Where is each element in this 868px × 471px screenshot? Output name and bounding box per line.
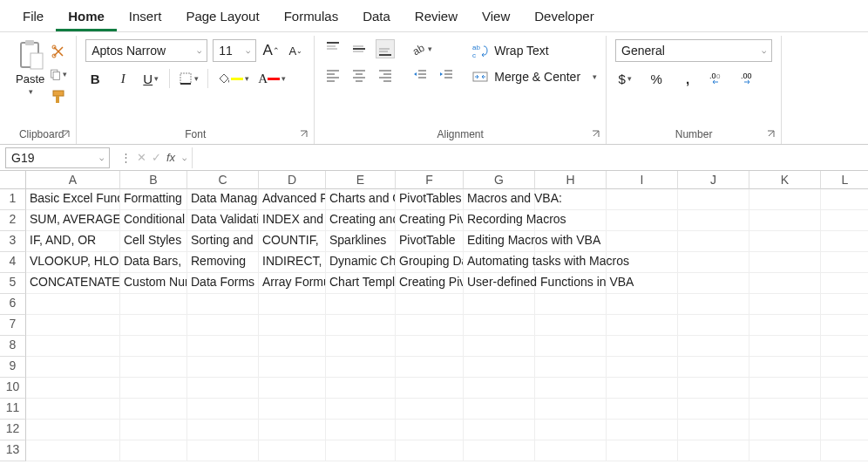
cell[interactable] <box>396 440 464 461</box>
cell[interactable]: Automating tasks with Macros <box>464 252 535 273</box>
cell[interactable] <box>607 294 678 315</box>
row-header[interactable]: 9 <box>0 357 26 378</box>
cell[interactable]: Conditional <box>120 210 187 231</box>
cell[interactable] <box>607 420 678 440</box>
cell[interactable] <box>120 399 187 420</box>
tab-view[interactable]: View <box>470 3 522 31</box>
cell[interactable] <box>326 420 396 440</box>
cell[interactable]: Charts and Graphs <box>326 189 396 210</box>
cell[interactable] <box>396 315 464 336</box>
cell[interactable] <box>326 336 396 357</box>
cell[interactable] <box>535 252 607 273</box>
cell[interactable] <box>607 231 678 252</box>
chevron-down-icon[interactable]: ▾ <box>29 87 33 96</box>
increase-decimal-button[interactable]: .00 <box>709 69 729 88</box>
cell[interactable] <box>607 399 678 420</box>
cell[interactable]: INDEX and <box>259 210 326 231</box>
cell[interactable] <box>259 294 326 315</box>
cell[interactable] <box>749 273 821 294</box>
cell[interactable] <box>26 336 120 357</box>
cell[interactable] <box>749 210 821 231</box>
decrease-indent-button[interactable] <box>410 65 430 85</box>
cell[interactable] <box>678 273 749 294</box>
cell[interactable]: IF, AND, OR <box>26 231 120 252</box>
font-color-button[interactable]: A▾ <box>258 69 286 88</box>
chevron-down-icon[interactable]: ▾ <box>63 70 67 78</box>
chevron-down-icon[interactable]: ⌵ <box>182 154 186 162</box>
cell[interactable] <box>535 440 607 461</box>
cell[interactable]: Grouping Data <box>396 252 464 273</box>
number-format-select[interactable]: General⌵ <box>615 39 772 62</box>
cell[interactable]: Basic Excel Functions <box>26 189 120 210</box>
cell[interactable] <box>396 357 464 378</box>
cell[interactable] <box>326 315 396 336</box>
cell[interactable] <box>678 294 749 315</box>
cell[interactable]: Editing Macros with VBA <box>464 231 535 252</box>
cell[interactable] <box>749 357 821 378</box>
underline-button[interactable]: U▾ <box>141 69 160 88</box>
cell[interactable]: Dynamic Charts <box>326 252 396 273</box>
cell[interactable] <box>535 294 607 315</box>
italic-button[interactable]: I <box>113 69 132 88</box>
cell[interactable] <box>259 336 326 357</box>
cell[interactable] <box>678 399 749 420</box>
fill-color-button[interactable]: ▾ <box>217 69 249 88</box>
cell[interactable] <box>821 252 868 273</box>
cell[interactable] <box>749 378 821 399</box>
cell[interactable] <box>821 357 868 378</box>
cell[interactable] <box>187 399 259 420</box>
alignment-launcher[interactable] <box>590 128 602 140</box>
col-header[interactable]: E <box>326 171 396 189</box>
cell[interactable] <box>26 357 120 378</box>
col-header[interactable]: B <box>120 171 187 189</box>
cell[interactable]: Cell Styles <box>120 231 187 252</box>
cell[interactable] <box>396 294 464 315</box>
font-name-select[interactable]: Aptos Narrow⌵ <box>85 39 207 62</box>
chevron-down-icon[interactable]: ⌵ <box>99 154 104 162</box>
cell[interactable] <box>821 210 868 231</box>
col-header[interactable]: D <box>259 171 326 189</box>
cell[interactable] <box>535 378 607 399</box>
cell[interactable] <box>326 378 396 399</box>
cell[interactable] <box>821 273 868 294</box>
cell[interactable] <box>821 378 868 399</box>
cell[interactable] <box>678 189 749 210</box>
cell[interactable]: Creating Pivot <box>396 210 464 231</box>
cell[interactable]: Removing <box>187 252 259 273</box>
align-center-button[interactable] <box>349 65 369 85</box>
cell[interactable] <box>821 315 868 336</box>
chevron-down-icon[interactable]: ▾ <box>281 74 286 83</box>
cell[interactable] <box>464 399 535 420</box>
cell[interactable] <box>821 189 868 210</box>
tab-insert[interactable]: Insert <box>117 3 174 31</box>
cell[interactable]: COUNTIF, <box>259 231 326 252</box>
cell[interactable] <box>326 440 396 461</box>
tab-formulas[interactable]: Formulas <box>272 3 351 31</box>
cell[interactable]: PivotTables <box>396 189 464 210</box>
cell[interactable] <box>187 315 259 336</box>
merge-center-button[interactable]: Merge & Center ▾ <box>471 69 597 85</box>
orientation-button[interactable]: ab▾ <box>410 39 432 58</box>
enter-icon[interactable]: ✓ <box>152 151 161 164</box>
cell[interactable]: Data Forms <box>187 273 259 294</box>
cancel-icon[interactable]: ✕ <box>137 151 146 164</box>
cell[interactable] <box>821 399 868 420</box>
clipboard-launcher[interactable] <box>60 128 72 140</box>
row-header[interactable]: 8 <box>0 336 26 357</box>
cell[interactable] <box>396 420 464 440</box>
cell[interactable] <box>187 420 259 440</box>
cell[interactable] <box>535 357 607 378</box>
cell[interactable] <box>120 315 187 336</box>
col-header[interactable]: A <box>26 171 120 189</box>
percent-format-button[interactable]: % <box>647 69 666 88</box>
bold-button[interactable]: B <box>85 69 105 88</box>
row-header[interactable]: 5 <box>0 273 26 294</box>
cell[interactable] <box>26 294 120 315</box>
cell[interactable] <box>464 294 535 315</box>
formula-input[interactable] <box>192 147 868 168</box>
chevron-down-icon[interactable]: ▾ <box>245 74 249 83</box>
tab-home[interactable]: Home <box>56 3 117 31</box>
cell[interactable] <box>120 336 187 357</box>
cell[interactable] <box>464 440 535 461</box>
cell[interactable] <box>607 336 678 357</box>
